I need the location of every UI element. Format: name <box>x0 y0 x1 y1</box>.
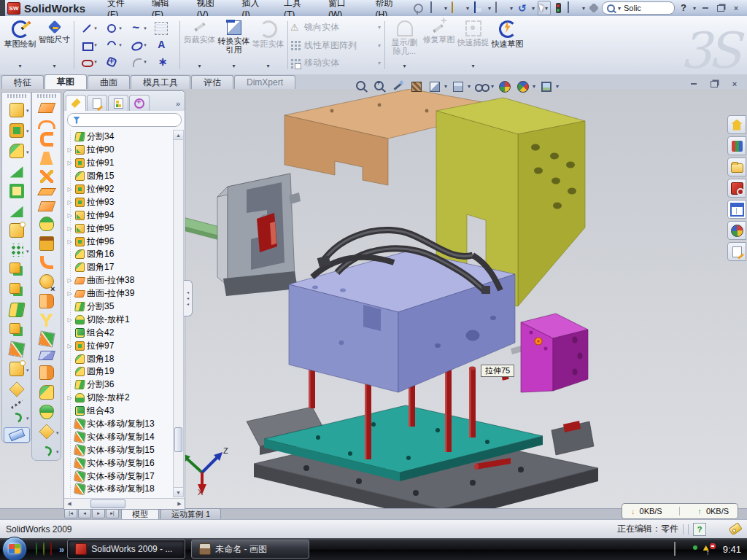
scroll-down-button[interactable]: ▼ <box>174 487 183 497</box>
view-palette-tab[interactable] <box>727 200 746 219</box>
task-paint[interactable]: 未命名 - 画图 <box>191 540 309 559</box>
filled-surface-button[interactable] <box>34 198 59 214</box>
extruded-surface-button[interactable] <box>34 129 59 149</box>
fillet-button[interactable] <box>4 141 29 161</box>
gray-clamp-part[interactable] <box>217 174 301 296</box>
dropdown-caret[interactable]: ▾ <box>18 62 21 72</box>
tree-item[interactable]: 分割36 <box>66 378 174 392</box>
tab-mold-tools[interactable]: 模具工具 <box>131 75 190 89</box>
view-orientation-icon[interactable] <box>452 80 465 93</box>
ellipse-tool[interactable]: ▾ <box>126 37 151 54</box>
thicken-button[interactable] <box>34 311 59 330</box>
tree-item[interactable]: 分割35 <box>66 300 174 314</box>
select-tool-button[interactable]: ▾ <box>538 1 551 15</box>
appearance-icon[interactable] <box>498 80 511 93</box>
display-delete-relations-button[interactable]: 显示/删除几...▾ <box>387 18 422 72</box>
expand-arrow-icon[interactable] <box>66 225 73 232</box>
hide-show-items-icon[interactable] <box>475 80 488 93</box>
help-button[interactable]: ? <box>677 2 690 14</box>
configurationmanager-tab[interactable] <box>108 95 128 111</box>
freeform-button[interactable] <box>34 214 59 233</box>
status-help-button[interactable]: ? <box>693 523 706 536</box>
polygon-tool[interactable]: ▾ <box>101 54 126 71</box>
featuremanager-tab[interactable] <box>66 95 86 111</box>
move-copy-body-button[interactable] <box>4 340 29 359</box>
scroll-thumb[interactable] <box>174 427 182 452</box>
search-box[interactable]: ▾ Solic <box>602 1 675 15</box>
boundary-surface-button[interactable] <box>34 168 59 186</box>
print-dropdown-caret[interactable]: ▾ <box>510 5 513 12</box>
dropdown-caret[interactable]: ▾ <box>378 60 382 66</box>
hscroll-thumb[interactable] <box>90 499 125 508</box>
linear-sketch-pattern-button[interactable]: 线性草图阵列▾ <box>290 39 382 52</box>
quick-launch-overflow[interactable]: » <box>59 544 64 555</box>
open-dropdown-caret[interactable]: ▾ <box>466 5 469 12</box>
delete-hole-button[interactable] <box>34 272 59 292</box>
surface-fillet-button[interactable] <box>34 253 59 271</box>
tree-horizontal-scrollbar[interactable]: ◀ ▶ <box>64 498 185 509</box>
tree-item[interactable]: 圆角16 <box>66 248 174 261</box>
camera-icon[interactable] <box>540 80 553 93</box>
print-icon[interactable] <box>495 1 497 13</box>
dropdown-caret[interactable]: ▾ <box>471 62 474 72</box>
tab-surfaces[interactable]: 曲面 <box>88 75 130 89</box>
measure-button[interactable] <box>4 427 30 443</box>
draft-button[interactable] <box>4 201 29 220</box>
minimize-button[interactable] <box>699 3 712 13</box>
expand-arrow-icon[interactable] <box>66 290 73 297</box>
wrap-button[interactable] <box>4 220 29 241</box>
dropdown-caret[interactable]: ▾ <box>232 62 235 72</box>
trim-entities-button[interactable]: 剪裁实体▾ <box>182 18 217 72</box>
display-style-icon[interactable] <box>428 80 441 93</box>
combine-bodies-button[interactable] <box>4 280 29 300</box>
antivirus-quicklaunch-icon[interactable] <box>43 542 44 556</box>
dropdown-caret[interactable]: ▾ <box>94 59 97 65</box>
lofted-surface-button[interactable] <box>34 149 59 167</box>
dropdown-caret[interactable]: ▾ <box>53 62 55 72</box>
tree-item[interactable]: 曲面-拉伸39 <box>66 287 174 300</box>
expand-arrow-icon[interactable] <box>66 212 73 219</box>
appearances-tab[interactable] <box>727 221 746 240</box>
resources-tab[interactable] <box>727 115 746 134</box>
options-gear-icon[interactable] <box>590 4 597 12</box>
scroll-up-button[interactable]: ▲ <box>174 131 183 140</box>
dropdown-caret[interactable]: ▾ <box>119 42 122 48</box>
magenta-block[interactable] <box>521 314 588 392</box>
trim-surface-button[interactable] <box>34 348 59 362</box>
replace-face-button[interactable] <box>34 383 59 402</box>
tree-item[interactable]: 实体-移动/复制15 <box>66 443 174 456</box>
dome-button[interactable] <box>34 402 59 422</box>
scroll-left-button[interactable]: ◀ <box>64 501 74 507</box>
panel-collapse-handle[interactable]: ◂◂◂ <box>184 280 193 316</box>
rib-button[interactable] <box>4 260 29 279</box>
offset-surface-button[interactable] <box>34 233 59 253</box>
tree-item[interactable]: 拉伸97 <box>66 339 174 352</box>
solidworks-search-tab[interactable] <box>727 179 746 198</box>
extruded-cut-button[interactable] <box>4 120 29 141</box>
zoom-area-icon[interactable] <box>374 80 387 93</box>
extend-surface-button[interactable] <box>34 330 59 348</box>
dropdown-caret[interactable]: ▾ <box>266 62 269 72</box>
tree-item[interactable]: 拉伸94 <box>66 209 174 222</box>
dropdown-caret[interactable]: ▾ <box>119 26 122 31</box>
quick-snaps-button[interactable]: 快速捕捉▾ <box>456 18 490 72</box>
sketch-text-tool[interactable]: ▾ <box>151 37 176 54</box>
tree-item[interactable]: 拉伸91 <box>66 157 174 170</box>
tree-item[interactable]: 拉伸95 <box>66 222 174 235</box>
tree-item[interactable]: 切除-放样1 <box>66 313 174 326</box>
motion-study-tab[interactable]: 运动算例 1 <box>160 508 221 519</box>
tree-item[interactable]: 组合42 <box>66 326 174 339</box>
solidworks-quicklaunch-icon[interactable] <box>50 542 52 556</box>
reference-axis-button[interactable] <box>4 400 29 408</box>
arc-tool[interactable]: ▾ <box>101 37 126 54</box>
tree-filter-input[interactable] <box>67 113 182 127</box>
expand-arrow-icon[interactable] <box>66 160 73 166</box>
design-checker-icon[interactable] <box>568 1 569 13</box>
model-tab[interactable]: 模型 <box>121 508 159 519</box>
swept-surface-button[interactable] <box>34 100 59 115</box>
task-solidworks[interactable]: SolidWorks 2009 - ... <box>67 540 185 559</box>
expand-arrow-icon[interactable] <box>66 199 73 206</box>
doc-close-button[interactable]: × <box>728 79 741 89</box>
planar-surface-button[interactable] <box>34 186 59 198</box>
point-tool[interactable]: ▾ <box>151 54 176 71</box>
